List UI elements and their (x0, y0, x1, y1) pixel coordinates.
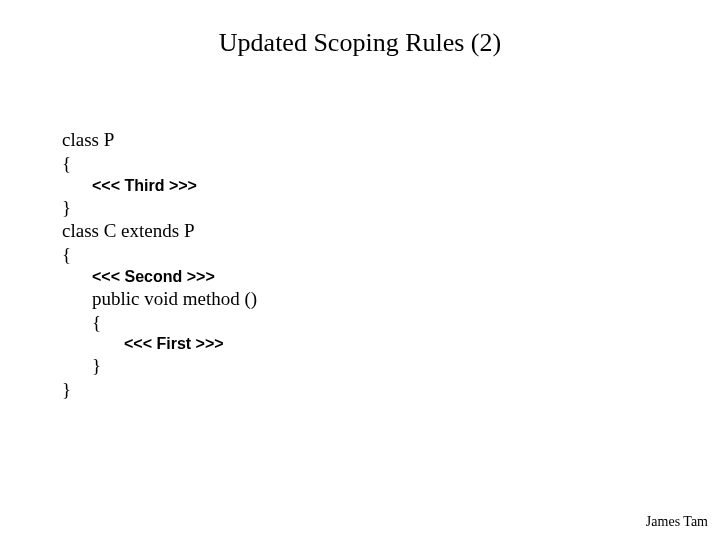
scope-marker-first: <<< First >>> (62, 334, 257, 354)
code-line: class C extends P (62, 219, 257, 243)
code-line: } (62, 354, 257, 378)
code-line: public void method () (62, 287, 257, 311)
footer-author: James Tam (646, 514, 708, 530)
code-line: { (62, 243, 257, 267)
code-line: { (62, 311, 257, 335)
slide-title: Updated Scoping Rules (2) (0, 0, 720, 58)
scope-marker-second: <<< Second >>> (62, 267, 257, 287)
code-line: } (62, 378, 257, 402)
code-line: } (62, 196, 257, 220)
code-line: class P (62, 128, 257, 152)
scope-marker-third: <<< Third >>> (62, 176, 257, 196)
code-block: class P { <<< Third >>> } class C extend… (62, 128, 257, 402)
code-line: { (62, 152, 257, 176)
